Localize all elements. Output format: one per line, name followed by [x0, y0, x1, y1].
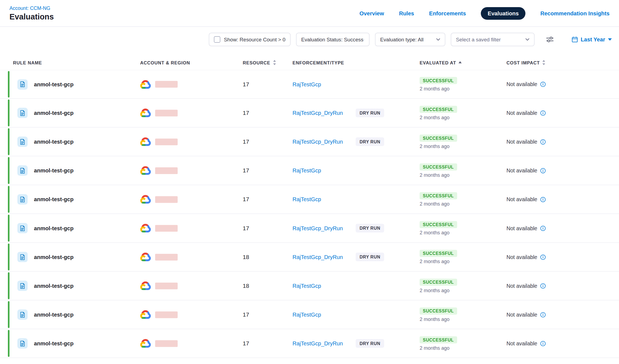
- info-icon[interactable]: [540, 81, 546, 87]
- account-region-cell: [140, 339, 242, 348]
- table-row[interactable]: anmol-test-gcp 17 RajTestGcp SUCCESSFUL …: [0, 70, 619, 99]
- resource-count: 17: [242, 138, 293, 145]
- evaluations-table: Rule Name Account & Region Resource Enfo…: [0, 52, 619, 358]
- info-icon[interactable]: [540, 139, 546, 145]
- enforcement-link[interactable]: RajTestGcp_DryRun: [293, 138, 356, 145]
- account-region-cell: [140, 166, 242, 175]
- enforcement-link[interactable]: RajTestGcp: [293, 283, 356, 289]
- rule-icon: [17, 338, 27, 348]
- enforcement-cell: RajTestGcp_DryRun DRY RUN: [293, 339, 420, 348]
- time-range-selector[interactable]: Last Year: [572, 36, 612, 42]
- gcp-cloud-icon: [140, 281, 151, 290]
- cost-impact-value: Not available: [507, 110, 537, 116]
- nav-enforcements[interactable]: Enforcements: [429, 10, 466, 16]
- nav-evaluations[interactable]: Evaluations: [481, 7, 525, 19]
- status-badge: SUCCESSFUL: [420, 106, 457, 113]
- cost-impact-cell: Not available: [507, 110, 611, 116]
- account-region-cell: [140, 80, 242, 89]
- nav-recommendation-insights[interactable]: Recommendation Insights: [540, 10, 609, 16]
- enforcement-link[interactable]: RajTestGcp: [293, 167, 356, 174]
- enforcement-link[interactable]: RajTestGcp_DryRun: [293, 254, 356, 260]
- enforcement-cell: RajTestGcp: [293, 283, 420, 289]
- account-name-redacted: [155, 196, 178, 203]
- info-icon[interactable]: [540, 312, 546, 318]
- table-row[interactable]: anmol-test-gcp 17 RajTestGcp SUCCESSFUL …: [0, 156, 619, 185]
- info-icon[interactable]: [540, 110, 546, 116]
- status-badge: SUCCESSFUL: [420, 163, 457, 170]
- dry-run-badge: DRY RUN: [356, 137, 384, 146]
- table-row[interactable]: anmol-test-gcp 18 RajTestGcp SUCCESSFUL …: [0, 272, 619, 300]
- col-cost-impact[interactable]: Cost Impact: [507, 60, 611, 65]
- rule-name: anmol-test-gcp: [34, 254, 73, 260]
- enforcement-link[interactable]: RajTestGcp: [293, 311, 356, 318]
- resource-count: 17: [242, 81, 293, 87]
- calendar-icon: [572, 36, 578, 42]
- status-badge: SUCCESSFUL: [420, 250, 457, 257]
- table-row[interactable]: anmol-test-gcp 17 RajTestGcp_DryRun DRY …: [0, 127, 619, 156]
- account-name-redacted: [155, 225, 178, 231]
- info-icon[interactable]: [540, 340, 546, 346]
- table-row[interactable]: anmol-test-gcp 17 RajTestGcp SUCCESSFUL …: [0, 185, 619, 214]
- table-row[interactable]: anmol-test-gcp 17 RajTestGcp_DryRun DRY …: [0, 329, 619, 358]
- nav-overview[interactable]: Overview: [359, 10, 384, 16]
- table-row[interactable]: anmol-test-gcp 17 RajTestGcp_DryRun DRY …: [0, 214, 619, 243]
- cost-impact-value: Not available: [507, 254, 537, 260]
- gcp-cloud-icon: [140, 166, 151, 175]
- table-header: Rule Name Account & Region Resource Enfo…: [0, 52, 619, 70]
- row-accent-bar: [8, 157, 10, 184]
- title-block: Account: CCM-NG Evaluations: [10, 5, 54, 21]
- table-row[interactable]: anmol-test-gcp 17 RajTestGcp_DryRun DRY …: [0, 99, 619, 127]
- info-icon[interactable]: [540, 167, 546, 174]
- info-icon[interactable]: [540, 254, 546, 260]
- top-nav: Overview Rules Enforcements Evaluations …: [359, 7, 609, 19]
- enforcement-cell: RajTestGcp_DryRun DRY RUN: [293, 253, 420, 261]
- resource-count-filter[interactable]: Show: Resource Count > 0: [209, 33, 291, 46]
- evaluated-time: 2 months ago: [420, 259, 450, 264]
- evaluation-type-dropdown[interactable]: Evaluation type: All: [375, 33, 445, 46]
- account-breadcrumb[interactable]: Account: CCM-NG: [10, 5, 54, 11]
- enforcement-link[interactable]: RajTestGcp: [293, 196, 356, 203]
- account-region-cell: [140, 253, 242, 261]
- gcp-cloud-icon: [140, 224, 151, 232]
- rule-icon: [17, 252, 27, 262]
- evaluated-at-cell: SUCCESSFUL 2 months ago: [420, 134, 507, 149]
- rule-cell: anmol-test-gcp: [8, 243, 140, 271]
- evaluation-status-dropdown[interactable]: Evaluation Status: Success: [296, 33, 370, 46]
- cost-impact-cell: Not available: [507, 139, 611, 145]
- enforcement-link[interactable]: RajTestGcp: [293, 81, 356, 87]
- nav-rules[interactable]: Rules: [399, 10, 414, 16]
- cost-impact-value: Not available: [507, 196, 537, 202]
- info-icon[interactable]: [540, 225, 546, 231]
- table-row[interactable]: anmol-test-gcp 17 RajTestGcp SUCCESSFUL …: [0, 300, 619, 329]
- cost-impact-value: Not available: [507, 283, 537, 289]
- saved-filter-dropdown[interactable]: Select a saved filter: [451, 33, 534, 46]
- rule-name: anmol-test-gcp: [34, 196, 73, 203]
- cost-impact-value: Not available: [507, 340, 537, 346]
- rule-icon: [17, 281, 27, 291]
- evaluated-at-cell: SUCCESSFUL 2 months ago: [420, 106, 507, 120]
- table-row[interactable]: anmol-test-gcp 18 RajTestGcp_DryRun DRY …: [0, 243, 619, 272]
- resource-count: 17: [242, 311, 293, 318]
- account-name-redacted: [155, 340, 178, 347]
- status-badge: SUCCESSFUL: [420, 134, 457, 141]
- enforcement-cell: RajTestGcp: [293, 196, 420, 203]
- col-evaluated-at[interactable]: Evaluated At: [420, 60, 507, 65]
- rule-cell: anmol-test-gcp: [8, 185, 140, 214]
- enforcement-cell: RajTestGcp: [293, 167, 420, 174]
- resource-count-checkbox[interactable]: [214, 36, 220, 42]
- enforcement-link[interactable]: RajTestGcp_DryRun: [293, 340, 356, 346]
- account-name-redacted: [155, 311, 178, 318]
- resource-count-filter-label: Show: Resource Count > 0: [224, 36, 285, 42]
- row-accent-bar: [8, 301, 10, 328]
- cost-impact-cell: Not available: [507, 283, 611, 289]
- gcp-cloud-icon: [140, 137, 151, 146]
- table-body: anmol-test-gcp 17 RajTestGcp SUCCESSFUL …: [0, 70, 619, 358]
- info-icon[interactable]: [540, 283, 546, 289]
- info-icon[interactable]: [540, 196, 546, 202]
- col-resource[interactable]: Resource: [242, 60, 293, 65]
- evaluation-type-value: Evaluation type: All: [380, 36, 424, 42]
- enforcement-link[interactable]: RajTestGcp_DryRun: [293, 225, 356, 231]
- filter-settings-button[interactable]: [545, 35, 555, 44]
- account-region-cell: [140, 195, 242, 204]
- enforcement-link[interactable]: RajTestGcp_DryRun: [293, 110, 356, 116]
